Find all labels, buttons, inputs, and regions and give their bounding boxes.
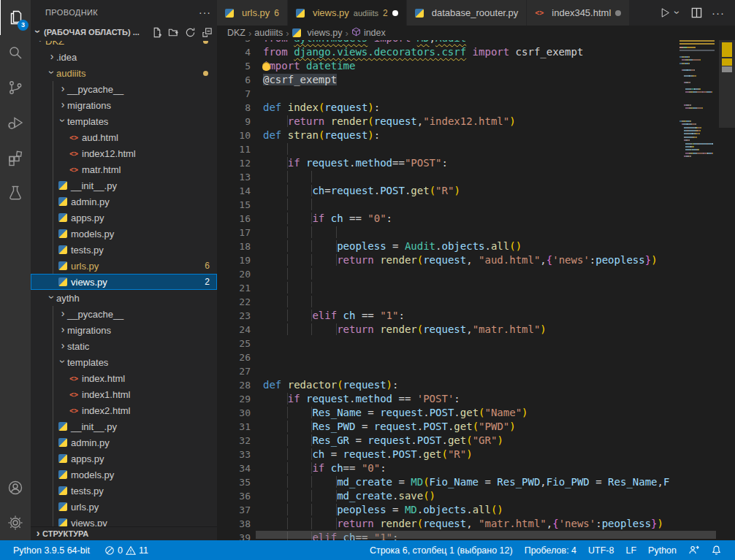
cursor-position[interactable]: Строка 6, столбец 1 (выбрано 12) bbox=[364, 540, 519, 560]
sidebar-more-actions[interactable]: ··· bbox=[199, 7, 211, 18]
tree-item-index12.html[interactable]: <>index12.html bbox=[31, 145, 217, 161]
indentation-setting[interactable]: Пробелов: 4 bbox=[519, 540, 582, 560]
tree-item-__init__.py[interactable]: __init__.py bbox=[31, 418, 217, 434]
code-line-25[interactable]: 25 bbox=[217, 337, 674, 350]
code-line-32[interactable]: 32 Res_GR = request.POST.get("GR") bbox=[217, 434, 674, 448]
code-line-21[interactable]: 21 bbox=[217, 281, 674, 295]
code-line-6[interactable]: 6@csrf_exempt bbox=[217, 73, 674, 87]
tree-item-views.py[interactable]: views.py bbox=[31, 515, 217, 527]
code-line-35[interactable]: 35 md_create = MD(Fio_Name = Res_PWD,Fio… bbox=[217, 475, 674, 489]
code-line-18[interactable]: 18 peopless = Audit.objects.all() bbox=[217, 239, 674, 253]
tree-item-apps.py[interactable]: apps.py bbox=[31, 450, 217, 467]
code-line-30[interactable]: 30 Res_Name = request.POST.get("Name") bbox=[217, 406, 674, 420]
code-line-15[interactable]: 15 bbox=[217, 198, 674, 212]
encoding-setting[interactable]: UTF-8 bbox=[582, 540, 620, 560]
tree-item-urls.py[interactable]: urls.py6 bbox=[31, 258, 217, 274]
code-line-7[interactable]: 7 bbox=[217, 87, 674, 101]
dirty-indicator[interactable] bbox=[615, 10, 621, 16]
tree-item-static[interactable]: ›static bbox=[31, 338, 217, 354]
tree-item-aythh[interactable]: ›aythh bbox=[31, 290, 217, 306]
code-line-37[interactable]: 37 peopless = MD.objects.all() bbox=[217, 503, 674, 517]
breadcrumb-item-views.py[interactable]: views.py bbox=[292, 28, 343, 38]
tree-item-models.py[interactable]: models.py bbox=[31, 226, 217, 242]
dirty-indicator[interactable] bbox=[392, 10, 398, 16]
code-line-24[interactable]: 24 return render(request,"matr.html") bbox=[217, 323, 674, 337]
code-line-36[interactable]: 36 md_create.save() bbox=[217, 489, 674, 503]
run-dropdown-chevron-icon[interactable]: › bbox=[672, 8, 682, 17]
code-line-29[interactable]: 29 if request.method == 'POST': bbox=[217, 392, 674, 406]
run-button[interactable] bbox=[659, 7, 671, 19]
code-line-13[interactable]: 13 bbox=[217, 170, 674, 184]
tree-item-tests.py[interactable]: tests.py bbox=[31, 242, 217, 258]
tree-item-admin.py[interactable]: admin.py bbox=[31, 193, 217, 210]
tree-item-DKZ[interactable]: ›DKZ bbox=[31, 41, 217, 49]
code-line-16[interactable]: 16 if ch == "0": bbox=[217, 212, 674, 226]
tree-item-apps.py[interactable]: apps.py bbox=[31, 210, 217, 226]
code-line-20[interactable]: 20 bbox=[217, 267, 674, 281]
code-line-11[interactable]: 11 bbox=[217, 142, 674, 156]
tree-item-tests.py[interactable]: tests.py bbox=[31, 483, 217, 499]
code-line-28[interactable]: 28def redactor(request): bbox=[217, 378, 674, 392]
overview-ruler[interactable] bbox=[719, 26, 735, 540]
tree-item-urls.py[interactable]: urls.py bbox=[31, 499, 217, 515]
extensions-icon[interactable] bbox=[0, 140, 31, 175]
tree-item-.idea[interactable]: ›.idea bbox=[31, 49, 217, 65]
minimap[interactable] bbox=[679, 40, 715, 158]
code-line-17[interactable]: 17 bbox=[217, 226, 674, 239]
tree-item-audiiits[interactable]: ›audiiits bbox=[31, 65, 217, 81]
code-line-33[interactable]: 33 ch = request.POST.get("R") bbox=[217, 448, 674, 461]
code-line-12[interactable]: 12 if request.method=="POST": bbox=[217, 156, 674, 170]
code-line-23[interactable]: 23 elif ch == "1": bbox=[217, 309, 674, 323]
tree-item-aud.html[interactable]: <>aud.html bbox=[31, 129, 217, 145]
new-folder-icon[interactable] bbox=[168, 27, 179, 38]
workspace-section-header[interactable]: › (РАБОЧАЯ ОБЛАСТЬ) ... bbox=[31, 24, 217, 40]
code-line-14[interactable]: 14 ch=request.POST.get("R") bbox=[217, 184, 674, 198]
code-line-31[interactable]: 31 Res_PWD = request.POST.get("PWD") bbox=[217, 420, 674, 434]
testing-icon[interactable] bbox=[0, 175, 31, 210]
breadcrumb-item-DKZ[interactable]: DKZ bbox=[227, 28, 245, 38]
code-line-22[interactable]: 22 bbox=[217, 295, 674, 309]
tree-item-migrations[interactable]: ›migrations bbox=[31, 322, 217, 338]
search-icon[interactable] bbox=[0, 35, 31, 70]
settings-gear-icon[interactable] bbox=[0, 505, 31, 540]
refresh-icon[interactable] bbox=[185, 27, 196, 38]
tab-views.py[interactable]: views.pyaudiiits2 bbox=[288, 0, 407, 26]
code-line-19[interactable]: 19 return render(request, "aud.html",{'n… bbox=[217, 253, 674, 267]
language-mode[interactable]: Python bbox=[642, 540, 682, 560]
split-editor-icon[interactable] bbox=[691, 7, 702, 18]
tree-item-migrations[interactable]: ›migrations bbox=[31, 97, 217, 113]
new-file-icon[interactable] bbox=[151, 27, 162, 38]
tree-item-__pycache__[interactable]: ›__pycache__ bbox=[31, 81, 217, 97]
notifications-bell-icon[interactable] bbox=[705, 540, 728, 560]
tree-item-templates[interactable]: ›templates bbox=[31, 354, 217, 370]
tree-item-admin.py[interactable]: admin.py bbox=[31, 434, 217, 450]
tab-urls.py[interactable]: urls.py6 bbox=[217, 0, 288, 26]
feedback-icon[interactable] bbox=[682, 540, 705, 560]
code-line-4[interactable]: 4from django.views.decorators.csrf impor… bbox=[217, 45, 674, 59]
code-line-9[interactable]: 9 return render(request,"index12.html") bbox=[217, 115, 674, 129]
collapse-all-icon[interactable] bbox=[202, 27, 213, 38]
tree-item-__pycache__[interactable]: ›__pycache__ bbox=[31, 306, 217, 322]
tree-item-index2.html[interactable]: <>index2.html bbox=[31, 402, 217, 418]
tree-item-views.py[interactable]: views.py2 bbox=[31, 274, 217, 290]
code-line-10[interactable]: 10def stran(request): bbox=[217, 129, 674, 142]
code-line-8[interactable]: 8def index(request): bbox=[217, 101, 674, 115]
outline-section[interactable]: › СТРУКТУРА bbox=[31, 526, 217, 540]
problems-status[interactable]: 0 11 bbox=[99, 540, 154, 560]
code-line-5[interactable]: 5import datetime bbox=[217, 59, 674, 73]
tree-item-templates[interactable]: ›templates bbox=[31, 113, 217, 129]
tab-index345.html[interactable]: <>index345.html bbox=[527, 0, 630, 26]
code-line-38[interactable]: 38 return render(request, "matr.html",{'… bbox=[217, 517, 674, 531]
run-debug-icon[interactable] bbox=[0, 105, 31, 140]
tree-item-index1.html[interactable]: <>index1.html bbox=[31, 386, 217, 402]
explorer-icon[interactable]: 3 bbox=[0, 0, 31, 35]
lightbulb-icon[interactable] bbox=[262, 62, 270, 71]
breadcrumb-item-audiiits[interactable]: audiiits bbox=[254, 28, 283, 38]
source-control-icon[interactable] bbox=[0, 70, 31, 105]
python-interpreter[interactable]: Python 3.9.5 64-bit bbox=[7, 540, 96, 560]
tree-item-models.py[interactable]: models.py bbox=[31, 467, 217, 483]
tree-item-__init__.py[interactable]: __init__.py bbox=[31, 177, 217, 193]
code-editor[interactable]: 3from aythh.models import MD,Audit4from … bbox=[217, 40, 674, 540]
code-line-26[interactable]: 26 bbox=[217, 350, 674, 364]
code-line-27[interactable]: 27 bbox=[217, 364, 674, 378]
